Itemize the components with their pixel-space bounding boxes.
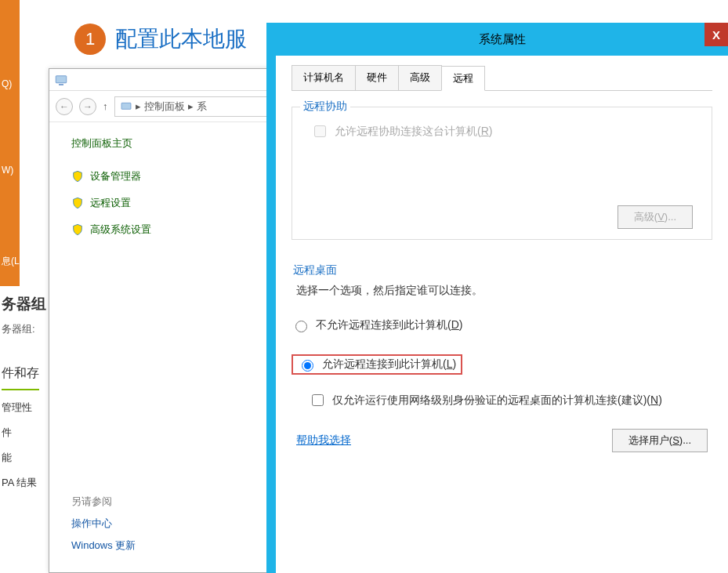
cp-related-title: 另请参阅	[71, 491, 136, 513]
server-group-title: 务器组	[2, 292, 49, 317]
sidebar-item-files[interactable]: 件和存	[2, 361, 39, 390]
svg-rect-1	[59, 84, 63, 85]
rdp-bottom-row: 帮助我选择 选择用户(S)...	[292, 429, 712, 452]
close-button[interactable]: X	[704, 23, 728, 46]
dialog-titlebar[interactable]: 系统属性 X	[276, 23, 728, 56]
radio-allow-remote-input[interactable]	[302, 360, 313, 372]
rdp-description: 选择一个选项，然后指定谁可以连接。	[296, 284, 712, 298]
chk-allow-remote-assist-input	[314, 125, 326, 137]
chk-nla-only-label: 仅允许运行使用网络级别身份验证的远程桌面的计算机连接(建议)(N)	[332, 393, 662, 408]
radio-deny-remote-label: 不允许远程连接到此计算机(D)	[316, 318, 462, 332]
chk-allow-remote-assist-label: 允许远程协助连接这台计算机(R)	[335, 125, 492, 139]
group-remote-desktop: 远程桌面 选择一个选项，然后指定谁可以连接。 不允许远程连接到此计算机(D) 允…	[292, 263, 712, 452]
cp-title: 控制面板主页	[71, 136, 259, 151]
dialog-title: 系统属性	[479, 32, 526, 47]
cp-icon-bar	[49, 69, 275, 91]
page-header: 1 配置此本地服	[74, 24, 247, 55]
computer-icon	[54, 73, 68, 87]
highlighted-allow-option: 允许远程连接到此计算机(L)	[292, 354, 462, 375]
group-title-rdp: 远程桌面	[293, 263, 712, 277]
cp-body: 控制面板主页 设备管理器 远程设置 高级系统设置	[49, 122, 275, 257]
group-remote-assist: 远程协助 允许远程协助连接这台计算机(R) 高级(V)...	[292, 107, 712, 240]
tab-hardware[interactable]: 硬件	[355, 65, 399, 90]
sidebar-server-group: 务器组 务器组: 件和存 管理性 件 能 PA 结果	[0, 292, 49, 495]
chk-nla-only-input[interactable]	[312, 394, 324, 406]
btn-select-users[interactable]: 选择用户(S)...	[612, 429, 708, 452]
btn-advanced: 高级(V)...	[618, 205, 693, 229]
sidebar-item-parts[interactable]: 件	[2, 420, 49, 445]
control-panel-window: ← → ↑ ▸ 控制面板 ▸ 系 控制面板主页 设备管理器 远程设置 高级系统设…	[49, 68, 276, 573]
breadcrumb-sep: ▸	[136, 100, 141, 112]
step-number-badge: 1	[74, 24, 106, 55]
group-title-assist: 远程协助	[300, 100, 350, 114]
server-group-sub: 务器组:	[2, 317, 49, 342]
sidebar-item-mgmt[interactable]: 管理性	[2, 395, 49, 420]
cp-link-advanced-settings[interactable]: 高级系统设置	[71, 223, 259, 237]
svg-rect-2	[121, 103, 131, 109]
cp-link-label: 高级系统设置	[90, 223, 151, 237]
chk-nla-only[interactable]: 仅允许运行使用网络级别身份验证的远程桌面的计算机连接(建议)(N)	[309, 392, 712, 408]
cp-link-label: 设备管理器	[90, 169, 141, 183]
back-button[interactable]: ←	[56, 98, 73, 115]
radio-deny-remote[interactable]: 不允许远程连接到此计算机(D)	[292, 318, 712, 332]
sidebar-item-pa[interactable]: PA 结果	[2, 470, 49, 495]
up-arrow-icon[interactable]: ↑	[103, 100, 108, 112]
cp-related: 另请参阅 操作中心 Windows 更新	[71, 491, 136, 557]
cp-nav-row: ← → ↑ ▸ 控制面板 ▸ 系	[49, 91, 275, 122]
nav-w[interactable]: W)	[2, 165, 13, 176]
radio-allow-remote-label: 允许远程连接到此计算机(L)	[322, 357, 456, 372]
shield-icon	[71, 197, 84, 209]
breadcrumb-tail[interactable]: 系	[197, 100, 207, 114]
radio-allow-remote[interactable]: 允许远程连接到此计算机(L)	[298, 357, 456, 372]
chk-allow-remote-assist: 允许远程协助连接这台计算机(R)	[311, 123, 693, 140]
link-help-choose[interactable]: 帮助我选择	[296, 433, 351, 448]
forward-button[interactable]: →	[79, 98, 96, 115]
left-nav-strip: Q) W) 息(L)	[0, 0, 20, 286]
breadcrumb-sep: ▸	[188, 100, 194, 112]
cp-related-link-action-center[interactable]: 操作中心	[71, 513, 136, 535]
tab-advanced[interactable]: 高级	[398, 65, 442, 90]
shield-icon	[71, 223, 84, 236]
system-properties-dialog: 系统属性 X 计算机名 硬件 高级 远程 远程协助 允许远程协助连接这台计算机(…	[266, 23, 728, 573]
dialog-body: 计算机名 硬件 高级 远程 远程协助 允许远程协助连接这台计算机(R) 高级(V…	[276, 56, 728, 468]
cp-link-device-manager[interactable]: 设备管理器	[71, 169, 259, 183]
breadcrumb[interactable]: ▸ 控制面板 ▸ 系	[114, 96, 270, 117]
breadcrumb-root[interactable]: 控制面板	[144, 100, 185, 114]
cp-related-link-windows-update[interactable]: Windows 更新	[71, 535, 136, 557]
radio-deny-remote-input[interactable]	[295, 321, 307, 332]
cp-link-remote-settings[interactable]: 远程设置	[71, 196, 259, 210]
svg-rect-0	[56, 75, 67, 82]
close-icon: X	[712, 28, 720, 42]
page-title: 配置此本地服	[115, 24, 247, 54]
computer-icon	[120, 100, 132, 113]
nav-q[interactable]: Q)	[2, 78, 12, 89]
tab-remote[interactable]: 远程	[441, 66, 485, 91]
nav-info[interactable]: 息(L)	[2, 255, 23, 268]
tab-computer-name[interactable]: 计算机名	[292, 65, 356, 90]
sidebar-item-perf[interactable]: 能	[2, 445, 49, 470]
cp-link-label: 远程设置	[90, 196, 131, 210]
shield-icon	[71, 170, 84, 183]
tab-row: 计算机名 硬件 高级 远程	[292, 65, 712, 91]
